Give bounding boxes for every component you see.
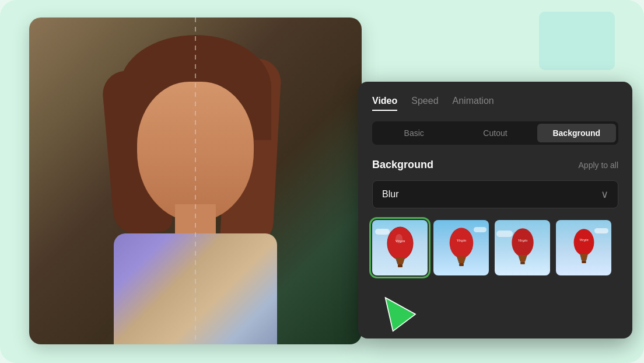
tab-video[interactable]: Video — [372, 96, 397, 110]
thumbnail-1[interactable]: Virgin — [372, 220, 428, 275]
subtab-basic[interactable]: Basic — [374, 124, 453, 142]
subtab-cutout[interactable]: Cutout — [456, 124, 534, 142]
thumbnail-4[interactable]: Virgin — [556, 220, 611, 275]
app-container: Video Speed Animation Basic Cutout Backg… — [0, 0, 644, 363]
video-background — [29, 18, 362, 344]
timeline-indicator — [195, 18, 196, 344]
tab-speed[interactable]: Speed — [411, 96, 438, 110]
svg-rect-2 — [398, 264, 402, 267]
main-tabs: Video Speed Animation — [372, 96, 618, 110]
cursor-shape — [382, 299, 414, 331]
svg-text:Virgin: Virgin — [579, 238, 589, 242]
cursor-pointer — [382, 299, 414, 331]
blur-dropdown[interactable]: Blur ∨ — [372, 180, 618, 208]
svg-rect-13 — [520, 261, 524, 264]
thumb-4-bg: Virgin — [556, 220, 611, 275]
thumbnail-3[interactable]: Virgin — [495, 220, 550, 275]
svg-point-7 — [449, 228, 473, 258]
svg-rect-18 — [582, 260, 586, 263]
balloon-icon-2: Virgin — [444, 225, 478, 270]
thumb-1-bg: Virgin — [372, 220, 428, 275]
cloud-3 — [496, 231, 513, 237]
cloud-2 — [474, 227, 487, 232]
svg-point-17 — [573, 229, 594, 256]
thumb-2-bg: Virgin — [433, 220, 489, 275]
svg-text:Virgin: Virgin — [456, 238, 466, 242]
accent-rectangle — [539, 12, 615, 70]
sub-tabs: Basic Cutout Background — [372, 121, 618, 145]
apply-to-all-button[interactable]: Apply to all — [579, 160, 618, 170]
subtab-background[interactable]: Background — [537, 124, 616, 142]
svg-rect-8 — [459, 263, 464, 266]
thumbnail-2[interactable]: Virgin — [433, 220, 489, 275]
svg-text:Virgin: Virgin — [518, 238, 527, 242]
background-thumbnails: Virgin Virgin — [372, 220, 618, 275]
video-preview-panel — [29, 18, 362, 344]
dropdown-value: Blur — [382, 189, 398, 200]
cloud-1 — [375, 229, 390, 235]
tab-animation[interactable]: Animation — [453, 96, 494, 110]
svg-point-12 — [512, 228, 533, 257]
section-header: Background Apply to all — [372, 159, 618, 171]
svg-text:Virgin: Virgin — [395, 239, 405, 243]
section-title: Background — [372, 159, 433, 171]
chevron-down-icon: ∨ — [601, 188, 608, 201]
cloud-4 — [594, 228, 608, 233]
thumb-3-bg: Virgin — [495, 220, 550, 275]
